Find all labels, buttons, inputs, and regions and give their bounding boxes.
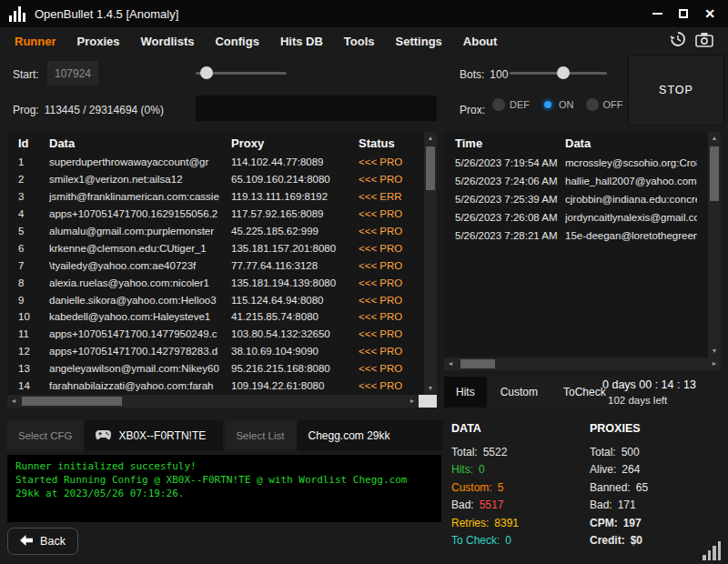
stat-value: 8391: [494, 517, 519, 529]
days-left: 102 days left: [602, 395, 696, 406]
close-icon[interactable]: ✕: [704, 7, 715, 20]
hits-vertical-scrollbar[interactable]: ▲ ▼: [708, 132, 721, 358]
minimize-icon[interactable]: [652, 13, 662, 15]
cell-data: alumalu@gmail.com:purplemonster: [49, 226, 231, 237]
cell-data: jordyncaitlynalexis@gmail.com: [565, 212, 697, 223]
bots-slider[interactable]: [510, 66, 607, 79]
hit-row[interactable]: 5/26/2023 7:25:39 AMcjrobbin@indiana.edu…: [444, 190, 721, 208]
table-row[interactable]: 6krkenne@clemson.edu:CUtiger_1135.181.15…: [7, 239, 437, 257]
progress-group: Prog: 113445 / 29314694 (0%): [13, 104, 164, 116]
prox-radio-def[interactable]: DEF: [492, 98, 530, 111]
start-input[interactable]: [47, 61, 98, 86]
runner-controls: Start: Bots: 100 Prog: 113445 / 29314694…: [0, 55, 728, 132]
hit-row[interactable]: 5/26/2023 7:19:54 AMmcrossley@scsohio.or…: [444, 154, 721, 172]
scrollbar-thumb[interactable]: [426, 146, 435, 190]
cell-proxy: 103.80.54.132:32650: [231, 328, 359, 339]
back-button[interactable]: Back: [7, 528, 78, 555]
prox-radio-off[interactable]: OFF: [586, 98, 623, 111]
results-table: IdDataProxyStatus 1superduperthrowawayac…: [7, 132, 437, 395]
hit-row[interactable]: 5/26/2023 7:24:06 AMhallie_hall2007@yaho…: [444, 172, 721, 190]
hits-horizontal-scrollbar[interactable]: ◄ ►: [444, 358, 721, 370]
results-table-body: 1superduperthrowawayaccount@gr114.102.44…: [7, 154, 437, 394]
menu-item-configs[interactable]: Configs: [215, 35, 258, 48]
cell-data: apps+107051471700.1477950249.c: [49, 328, 231, 339]
cell-id: 1: [7, 156, 49, 167]
cell-data: danielle.sikora@yahoo.com:Helloo3: [49, 295, 231, 306]
table-row[interactable]: 8alexia.ruelas@yahoo.com:nicoler1135.181…: [7, 274, 437, 291]
table-row[interactable]: 13angeleyawilson@ymail.com:Nikey6095.216…: [7, 360, 437, 378]
table-row[interactable]: 5alumalu@gmail.com:purplemonster45.225.1…: [7, 223, 437, 240]
history-icon[interactable]: [670, 31, 686, 51]
menu-item-runner[interactable]: Runner: [15, 35, 56, 48]
menu-item-wordlists[interactable]: Wordlists: [140, 35, 194, 48]
table-row[interactable]: 4apps+107051471700.1629155056.2117.57.92…: [7, 206, 437, 223]
window-title: OpenBullet 1.4.5 [Anomaly]: [35, 7, 178, 21]
menu-item-settings[interactable]: Settings: [396, 35, 442, 48]
table-row[interactable]: 2smilex1@verizon.net:ailsa1265.109.160.2…: [7, 171, 437, 188]
config-bar: Select CFG XB0X--F0RTN!TE Select List Ch…: [7, 420, 443, 451]
menu-item-tools[interactable]: Tools: [344, 35, 375, 48]
log-line: Runner initialized succesfuly!: [15, 459, 433, 473]
radio-label: OFF: [603, 99, 623, 110]
scroll-down-icon[interactable]: ▼: [708, 345, 721, 358]
cell-data: 15e-deegan@loretothegreen.i: [565, 230, 697, 241]
table-row[interactable]: 9danielle.sikora@yahoo.com:Helloo3115.12…: [7, 291, 437, 308]
stat-label: CPM:: [590, 517, 618, 529]
timer-block: 0 days 00 : 14 : 13 102 days left: [602, 378, 696, 406]
scroll-right-icon[interactable]: ►: [406, 395, 419, 408]
start-slider[interactable]: [196, 66, 287, 79]
cell-id: 10: [7, 311, 49, 322]
tab-custom[interactable]: Custom: [489, 377, 550, 408]
stat-line: Alive:264: [590, 461, 717, 479]
stat-line: Credit:$0: [590, 532, 717, 550]
scroll-down-icon[interactable]: ▼: [424, 382, 437, 395]
results-vertical-scrollbar[interactable]: ▲ ▼: [424, 132, 437, 395]
log-line: Started Running Config @ XB0X--F0RTN!TE …: [15, 473, 433, 500]
stat-label: Bad:: [590, 499, 612, 511]
menu-item-about[interactable]: About: [463, 35, 498, 48]
hit-row[interactable]: 5/26/2023 7:26:08 AMjordyncaitlynalexis@…: [444, 208, 721, 227]
cell-id: 9: [7, 295, 49, 306]
cell-time: 5/26/2023 7:24:06 AM: [444, 176, 565, 186]
menu-item-hits-db[interactable]: Hits DB: [280, 35, 323, 48]
cell-id: 11: [7, 328, 49, 339]
stat-value: $0: [631, 534, 642, 547]
select-cfg-button[interactable]: Select CFG: [7, 420, 83, 451]
scroll-up-icon[interactable]: ▲: [424, 132, 437, 145]
results-horizontal-scrollbar[interactable]: ◄ ►: [7, 395, 419, 408]
scroll-right-icon[interactable]: ►: [708, 358, 721, 370]
cell-id: 8: [7, 277, 49, 288]
cell-status: <<< PRO: [359, 226, 411, 237]
cell-proxy: 115.124.64.94:8080: [231, 295, 359, 306]
scroll-left-icon[interactable]: ◄: [444, 358, 457, 370]
cell-status: <<< PRO: [359, 311, 411, 322]
maximize-icon[interactable]: [679, 9, 688, 18]
table-row[interactable]: 1superduperthrowawayaccount@gr114.102.44…: [7, 154, 437, 171]
slider-thumb[interactable]: [557, 66, 570, 79]
scrollbar-thumb[interactable]: [22, 397, 122, 406]
table-row[interactable]: 12apps+107051471700.1427978283.d38.10.69…: [7, 343, 437, 360]
proxy-stats: PROXIESTotal:500Alive:264Banned:65Bad:17…: [590, 422, 717, 549]
screenshot-camera-icon[interactable]: [695, 32, 713, 51]
select-list-button[interactable]: Select List: [225, 420, 295, 451]
stop-button[interactable]: STOP: [628, 55, 724, 126]
slider-thumb[interactable]: [200, 66, 213, 79]
prox-radio-on[interactable]: ON: [541, 98, 574, 111]
table-row[interactable]: 7\tyailedy@yahoo.com:ae40723f77.77.64.11…: [7, 257, 437, 274]
hit-row[interactable]: 5/26/2023 7:28:21 AM15e-deegan@loretothe…: [444, 227, 721, 245]
table-row[interactable]: 14farahnabilaizzati@yahoo.com:farah109.1…: [7, 378, 437, 395]
table-row[interactable]: 10kabedell@yahoo.com:Haleysteve141.215.8…: [7, 308, 437, 326]
scrollbar-thumb[interactable]: [460, 359, 495, 368]
scroll-up-icon[interactable]: ▲: [708, 132, 721, 145]
scrollbar-thumb[interactable]: [710, 146, 719, 201]
cell-proxy: 114.102.44.77:8089: [231, 156, 359, 167]
stats-title: PROXIES: [590, 422, 717, 435]
scroll-left-icon[interactable]: ◄: [7, 395, 20, 408]
cell-data: cjrobbin@indiana.edu:concrete: [565, 194, 697, 205]
stat-line: Banned:65: [590, 478, 717, 497]
table-row[interactable]: 11apps+107051471700.1477950249.c103.80.5…: [7, 326, 437, 343]
menu-item-proxies[interactable]: Proxies: [77, 35, 120, 48]
tab-hits[interactable]: Hits: [444, 377, 487, 408]
stat-label: Hits:: [451, 463, 473, 476]
table-row[interactable]: 3jsmith@franklinamerican.com:cassie119.1…: [7, 188, 437, 206]
